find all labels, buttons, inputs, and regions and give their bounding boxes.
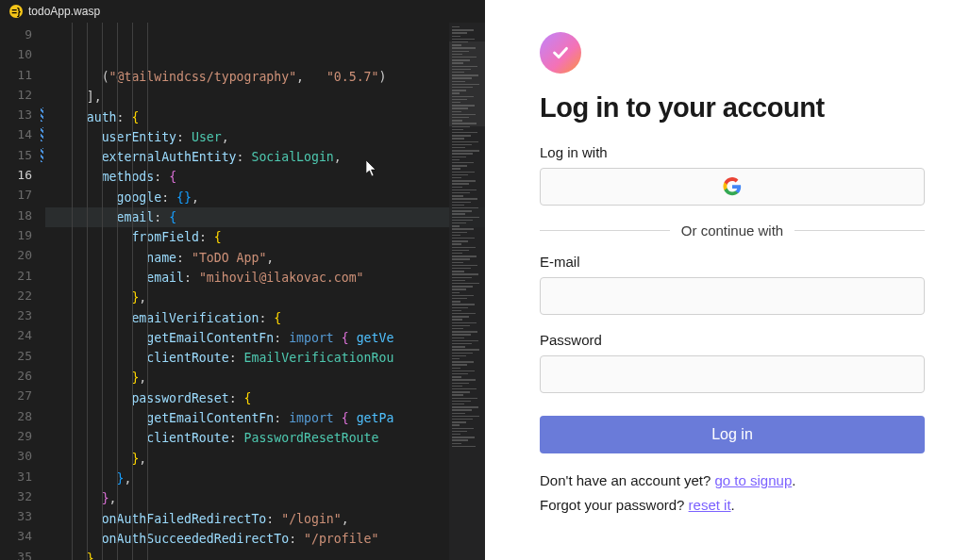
minimap-viewport[interactable] bbox=[449, 41, 485, 126]
gutter-line-number: 19 bbox=[0, 225, 45, 245]
modified-marker-icon bbox=[41, 148, 43, 162]
signup-link[interactable]: go to signup bbox=[715, 472, 793, 488]
modified-marker-icon bbox=[41, 107, 43, 122]
code-line[interactable]: emailVerification: { bbox=[45, 308, 485, 328]
login-button[interactable]: Log in bbox=[540, 416, 925, 453]
email-field[interactable] bbox=[540, 277, 925, 315]
modified-marker-icon bbox=[41, 127, 43, 141]
gutter-line-number: 15 bbox=[0, 145, 45, 165]
editor-tabbar: =} todoApp.wasp bbox=[0, 0, 485, 23]
indent-guide bbox=[72, 23, 73, 560]
gutter-line-number: 32 bbox=[0, 486, 45, 506]
app-logo bbox=[540, 32, 581, 74]
password-label: Password bbox=[540, 332, 925, 348]
gutter-line-number: 20 bbox=[0, 245, 45, 265]
gutter-line-number: 23 bbox=[0, 305, 45, 325]
gutter-line-number: 34 bbox=[0, 526, 45, 546]
reset-prompt: Forgot your password? bbox=[540, 497, 689, 513]
code-line[interactable]: userEntity: User, bbox=[45, 127, 485, 147]
indent-guide bbox=[147, 23, 148, 560]
gutter-line-number: 25 bbox=[0, 346, 45, 366]
editor-tab[interactable]: =} todoApp.wasp bbox=[0, 0, 109, 23]
code-line[interactable]: onAuthFailedRedirectTo: "/login", bbox=[45, 509, 485, 529]
gutter-line-number: 26 bbox=[0, 366, 45, 386]
gutter-line-number: 22 bbox=[0, 286, 45, 305]
login-pane: Log in to your account Log in with Or co… bbox=[485, 0, 970, 560]
checkmark-icon bbox=[550, 42, 571, 63]
login-footer: Don't have an account yet? go to signup.… bbox=[540, 469, 925, 517]
code-line[interactable]: name: "ToDO App", bbox=[45, 248, 485, 268]
code-line[interactable]: }, bbox=[45, 488, 485, 508]
indent-guide bbox=[117, 23, 118, 560]
code-line[interactable]: }, bbox=[45, 368, 485, 387]
indent-guide bbox=[87, 23, 88, 560]
code-line[interactable]: fromField: { bbox=[45, 227, 485, 247]
gutter-line-number: 28 bbox=[0, 406, 45, 426]
editor-tab-filename: todoApp.wasp bbox=[28, 5, 100, 18]
separator: Or continue with bbox=[540, 222, 925, 239]
code-line[interactable]: passwordReset: { bbox=[45, 388, 485, 408]
gutter-line-number: 24 bbox=[0, 325, 45, 345]
editor-gutter: 9101112131415161718192021222324252627282… bbox=[0, 23, 45, 560]
wasp-file-icon: =} bbox=[9, 5, 23, 18]
code-line[interactable]: }, bbox=[45, 469, 485, 488]
gutter-line-number: 35 bbox=[0, 547, 45, 560]
code-line[interactable]: google: {}, bbox=[45, 188, 485, 207]
code-line[interactable]: }, bbox=[45, 549, 485, 560]
indent-guide bbox=[102, 23, 103, 560]
indent-guide bbox=[132, 23, 133, 560]
code-line[interactable]: email: { bbox=[45, 207, 485, 227]
login-with-label: Log in with bbox=[540, 144, 925, 160]
code-line[interactable]: }, bbox=[45, 288, 485, 307]
code-line[interactable]: ], bbox=[45, 87, 485, 107]
code-line[interactable]: clientRoute: EmailVerificationRou bbox=[45, 348, 485, 368]
signup-prompt: Don't have an account yet? bbox=[540, 472, 715, 488]
email-label: E-mail bbox=[540, 254, 925, 270]
separator-text: Or continue with bbox=[681, 222, 783, 239]
code-line[interactable]: }, bbox=[45, 449, 485, 469]
code-line[interactable]: getEmailContentFn: import { getPa bbox=[45, 408, 485, 428]
gutter-line-number: 30 bbox=[0, 446, 45, 466]
password-field[interactable] bbox=[540, 355, 925, 393]
google-login-button[interactable] bbox=[540, 168, 925, 206]
gutter-line-number: 33 bbox=[0, 506, 45, 526]
reset-link[interactable]: reset it bbox=[689, 497, 731, 513]
gutter-line-number: 21 bbox=[0, 266, 45, 286]
gutter-line-number: 18 bbox=[0, 206, 45, 225]
gutter-line-number: 13 bbox=[0, 105, 45, 124]
code-line[interactable]: externalAuthEntity: SocialLogin, bbox=[45, 147, 485, 167]
gutter-line-number: 9 bbox=[0, 25, 45, 44]
separator-line bbox=[794, 230, 925, 231]
gutter-line-number: 14 bbox=[0, 124, 45, 144]
gutter-line-number: 17 bbox=[0, 185, 45, 205]
gutter-line-number: 16 bbox=[0, 165, 45, 185]
separator-line bbox=[540, 230, 670, 231]
gutter-line-number: 27 bbox=[0, 386, 45, 405]
editor-code-area[interactable]: ("@tailwindcss/typography", "0.5.7") ], … bbox=[45, 23, 485, 560]
gutter-line-number: 31 bbox=[0, 467, 45, 486]
code-editor-pane: =} todoApp.wasp 910111213141516171819202… bbox=[0, 0, 485, 560]
gutter-line-number: 29 bbox=[0, 426, 45, 446]
code-line[interactable]: email: "mihovil@ilakovac.com" bbox=[45, 268, 485, 288]
gutter-line-number: 10 bbox=[0, 44, 45, 64]
code-line[interactable]: clientRoute: PasswordResetRoute bbox=[45, 428, 485, 448]
editor-minimap[interactable] bbox=[449, 23, 485, 560]
google-icon bbox=[723, 177, 742, 196]
code-line[interactable]: onAuthSucceededRedirectTo: "/profile" bbox=[45, 529, 485, 549]
code-line[interactable]: auth: { bbox=[45, 107, 485, 127]
login-heading: Log in to your account bbox=[540, 92, 925, 124]
editor-body[interactable]: 9101112131415161718192021222324252627282… bbox=[0, 23, 485, 560]
gutter-line-number: 11 bbox=[0, 65, 45, 85]
code-line[interactable]: getEmailContentFn: import { getVe bbox=[45, 328, 485, 348]
code-line[interactable]: ("@tailwindcss/typography", "0.5.7") bbox=[45, 67, 485, 87]
gutter-line-number: 12 bbox=[0, 85, 45, 105]
code-line[interactable]: methods: { bbox=[45, 167, 485, 187]
